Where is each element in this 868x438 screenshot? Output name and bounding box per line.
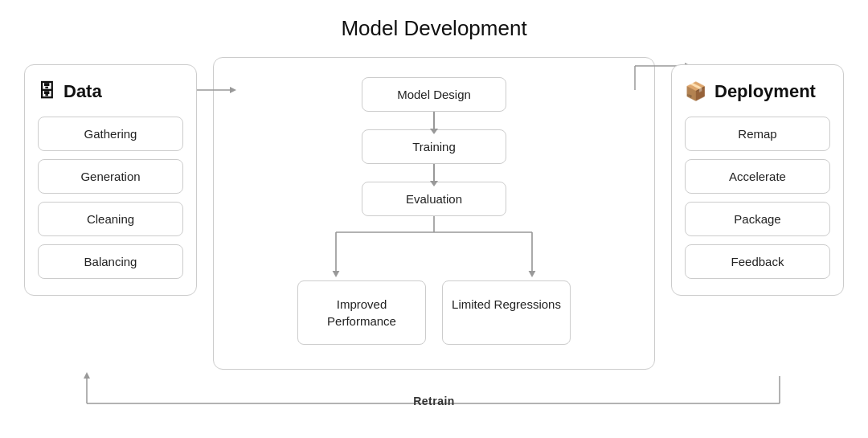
outcomes-row: Improved Performance Limited Regressions xyxy=(238,280,630,345)
data-icon: 🗄 xyxy=(38,81,55,102)
data-item-balancing: Balancing xyxy=(38,244,183,279)
diagram-container: 🗄 Data Gathering Generation Cleaning Bal… xyxy=(0,0,868,438)
training-item: Training xyxy=(362,129,506,164)
deployment-panel-title: Deployment xyxy=(714,81,816,102)
deployment-panel-header: 📦 Deployment xyxy=(685,81,830,102)
data-panel-header: 🗄 Data xyxy=(38,81,183,102)
outcome-improved: Improved Performance xyxy=(297,280,426,345)
model-design-item: Model Design xyxy=(362,77,506,112)
deployment-panel: 📦 Deployment Remap Accelerate Package Fe… xyxy=(671,64,844,296)
data-item-cleaning: Cleaning xyxy=(38,202,183,236)
improved-label: Improved Performance xyxy=(327,297,396,328)
data-item-generation: Generation xyxy=(38,159,183,194)
center-section: Model Development Model Design Training … xyxy=(213,16,655,370)
deploy-item-package: Package xyxy=(685,202,830,236)
model-dev-box: Model Design Training Evaluation xyxy=(213,57,655,370)
deploy-item-remap: Remap xyxy=(685,117,830,151)
data-panel: 🗄 Data Gathering Generation Cleaning Bal… xyxy=(24,64,197,296)
evaluation-item: Evaluation xyxy=(362,182,506,216)
deploy-icon: 📦 xyxy=(685,81,706,102)
retrain-label: Retrain xyxy=(413,395,455,407)
center-title: Model Development xyxy=(341,16,526,41)
svg-marker-15 xyxy=(529,271,536,277)
deploy-item-feedback: Feedback xyxy=(685,244,830,279)
outcome-regressions: Limited Regressions xyxy=(442,280,571,345)
deploy-item-accelerate: Accelerate xyxy=(685,159,830,194)
data-panel-title: Data xyxy=(63,81,102,102)
branch-svg xyxy=(238,216,630,280)
branch-container xyxy=(238,216,630,280)
svg-marker-7 xyxy=(84,372,90,379)
data-item-gathering: Gathering xyxy=(38,117,183,151)
svg-marker-13 xyxy=(333,271,340,277)
regressions-label: Limited Regressions xyxy=(452,297,561,311)
